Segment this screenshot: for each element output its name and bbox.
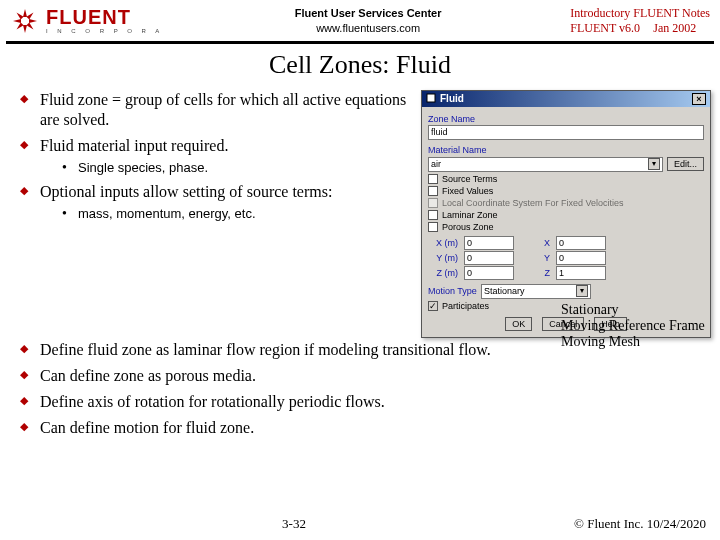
z-label: Z (m) — [428, 268, 458, 278]
motion-type-label: Motion Type — [428, 286, 477, 296]
porous-zone-label: Porous Zone — [442, 222, 494, 232]
bullet-3-text: Optional inputs allow setting of source … — [40, 183, 332, 200]
svg-rect-0 — [427, 94, 435, 102]
chevron-down-icon: ▾ — [648, 158, 660, 170]
xr-input[interactable] — [556, 236, 606, 250]
local-coord-checkbox: Local Coordinate System For Fixed Veloci… — [428, 198, 704, 208]
bullet-6: Define axis of rotation for rotationally… — [10, 392, 710, 412]
slide-footer: 3-32 © Fluent Inc. 10/24/2020 — [0, 516, 720, 532]
zr-label: Z — [520, 268, 550, 278]
motion-type-dropdown[interactable]: Stationary ▾ — [481, 284, 591, 299]
slide-text-lower: Define fluid zone as laminar flow region… — [0, 340, 720, 438]
xr-label: X — [520, 238, 550, 248]
logo-brand-text: FLUENT — [46, 6, 131, 28]
chevron-down-icon: ▾ — [576, 285, 588, 297]
header-center: Fluent User Services Center www.fluentus… — [166, 6, 570, 37]
local-coord-label: Local Coordinate System For Fixed Veloci… — [442, 198, 624, 208]
x-label: X (m) — [428, 238, 458, 248]
bullet-2: Fluid material input required. Single sp… — [10, 136, 415, 176]
header-center-line2: www.fluentusers.com — [166, 21, 570, 36]
bullet-4: Define fluid zone as laminar flow region… — [10, 340, 710, 360]
porous-zone-checkbox[interactable]: Porous Zone — [428, 222, 704, 232]
bullet-3: Optional inputs allow setting of source … — [10, 182, 415, 222]
bullet-7: Can define motion for fluid zone. — [10, 418, 710, 438]
close-icon[interactable]: × — [692, 93, 706, 105]
header-rule — [6, 41, 714, 44]
fluent-logo: FLUENT I N C O R P O R A T E D — [10, 6, 166, 36]
yr-label: Y — [520, 253, 550, 263]
source-terms-label: Source Terms — [442, 174, 497, 184]
zone-name-input[interactable] — [428, 125, 704, 140]
zone-name-label: Zone Name — [428, 114, 704, 124]
dialog-titlebar[interactable]: Fluid × — [422, 91, 710, 107]
popup-item-stationary[interactable]: Stationary — [561, 302, 705, 318]
fluent-logo-mark — [10, 6, 40, 36]
header-right: Introductory FLUENT Notes FLUENT v6.0 Ja… — [570, 6, 710, 36]
motion-type-value: Stationary — [484, 286, 525, 296]
dialog-title-icon — [426, 93, 436, 105]
fluent-logo-text: FLUENT I N C O R P O R A T E D — [46, 6, 166, 36]
laminar-zone-label: Laminar Zone — [442, 210, 498, 220]
dialog-title-text: Fluid — [440, 93, 464, 104]
y-label: Y (m) — [428, 253, 458, 263]
slide-title: Cell Zones: Fluid — [0, 50, 720, 80]
header-right-date: Jan 2002 — [653, 21, 696, 35]
fluid-dialog: Fluid × Zone Name Material Name air ▾ Ed… — [421, 90, 711, 338]
edit-button[interactable]: Edit... — [667, 157, 704, 171]
popup-item-moving-ref[interactable]: Moving Reference Frame — [561, 318, 705, 334]
material-value: air — [431, 159, 441, 169]
page-number: 3-32 — [14, 516, 574, 532]
yr-input[interactable] — [556, 251, 606, 265]
origin-axis-grid: X (m) X Y (m) Y Z (m) Z — [428, 236, 704, 280]
bullet-1: Fluid zone = group of cells for which al… — [10, 90, 415, 130]
bullet-5: Can define zone as porous media. — [10, 366, 710, 386]
fixed-values-label: Fixed Values — [442, 186, 493, 196]
header-right-line1: Introductory FLUENT Notes — [570, 6, 710, 21]
laminar-zone-checkbox[interactable]: Laminar Zone — [428, 210, 704, 220]
logo-sub-text: I N C O R P O R A T E D — [46, 28, 166, 34]
material-name-label: Material Name — [428, 145, 704, 155]
bullet-2-sub-1: Single species, phase. — [60, 160, 415, 176]
bullet-3-sub-1: mass, momentum, energy, etc. — [60, 206, 415, 222]
slide-header: FLUENT I N C O R P O R A T E D Fluent Us… — [0, 0, 720, 41]
header-right-version: FLUENT v6.0 — [570, 21, 650, 36]
source-terms-checkbox[interactable]: Source Terms — [428, 174, 704, 184]
x-input[interactable] — [464, 236, 514, 250]
ok-button[interactable]: OK — [505, 317, 532, 331]
material-dropdown[interactable]: air ▾ — [428, 157, 663, 172]
dialog-screenshot: Fluid × Zone Name Material Name air ▾ Ed… — [415, 90, 710, 338]
slide-text-left: Fluid zone = group of cells for which al… — [10, 90, 415, 338]
zr-input[interactable] — [556, 266, 606, 280]
participates-label: Participates — [442, 301, 489, 311]
slide-body: Fluid zone = group of cells for which al… — [0, 90, 720, 338]
fixed-values-checkbox[interactable]: Fixed Values — [428, 186, 704, 196]
z-input[interactable] — [464, 266, 514, 280]
bullet-2-text: Fluid material input required. — [40, 137, 228, 154]
y-input[interactable] — [464, 251, 514, 265]
copyright: © Fluent Inc. 10/24/2020 — [574, 516, 706, 532]
header-center-line1: Fluent User Services Center — [166, 6, 570, 21]
